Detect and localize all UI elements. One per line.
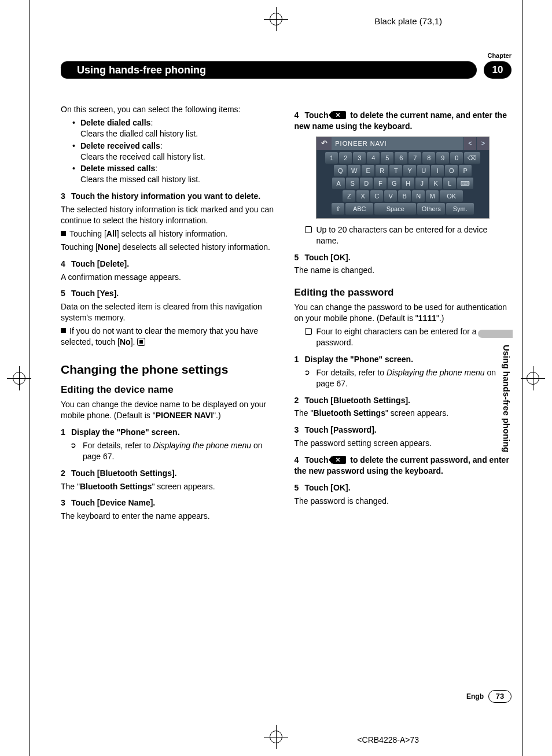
- note-none: Touching [None] deselects all selected h…: [61, 242, 278, 253]
- item-desc: Clears the dialled call history list.: [80, 129, 198, 138]
- plate-label: Black plate (73,1): [374, 16, 442, 26]
- kb-prev-icon: <: [463, 137, 476, 150]
- kb-key: Q: [334, 165, 347, 176]
- kb-row: ZXCVBNMOK: [319, 190, 487, 202]
- kb-key: U: [417, 165, 430, 176]
- kb-input-value: PIONEER NAVI: [332, 137, 463, 150]
- kb-key: W: [348, 165, 360, 176]
- kb-abc-key: ABC: [345, 203, 373, 215]
- pw-step-3-heading: 3Touch [Password].: [295, 425, 512, 436]
- device-step-3-heading: 3Touch [Device Name].: [61, 497, 278, 508]
- pw-step-4-heading: 4Touch to delete the current password, a…: [295, 455, 512, 477]
- item-desc: Clears the missed call history list.: [80, 175, 200, 184]
- kb-row: ASDFGHJKL⌨: [319, 178, 487, 189]
- kb-key: 7: [409, 152, 421, 164]
- device-step-5-body: The name is changed.: [295, 265, 512, 276]
- kb-key: 0: [450, 152, 463, 164]
- device-step-2-body: The "Bluetooth Settings" screen appears.: [61, 481, 278, 492]
- kb-key: B: [398, 190, 411, 202]
- kb-key: S: [346, 178, 359, 189]
- page-title: Using hands-free phoning: [69, 63, 454, 77]
- chapter-number-badge: 10: [484, 61, 511, 79]
- registration-mark-left: [10, 370, 28, 387]
- list-item: Delete missed calls: Clears the missed c…: [72, 163, 278, 185]
- device-step-1-heading: 1Display the "Phone" screen.: [61, 427, 278, 438]
- subsection-heading: Editing the password: [295, 286, 512, 300]
- device-step-2-heading: 2Touch [Bluetooth Settings].: [61, 468, 278, 479]
- step-4-body: A confirmation message appears.: [61, 272, 278, 283]
- registration-mark-right: [524, 370, 542, 387]
- title-pill: Using hands-free phoning: [61, 61, 477, 79]
- item-title: Delete dialed calls: [80, 118, 150, 127]
- section-heading: Changing the phone settings: [61, 362, 278, 378]
- kb-space-key: Space: [374, 203, 416, 215]
- chapter-label: Chapter: [487, 52, 511, 59]
- right-column: 4Touch to delete the current name, and e…: [295, 104, 512, 669]
- kb-key: 3: [353, 152, 366, 164]
- kb-key: H: [402, 178, 414, 189]
- step-5-note: If you do not want to clear the memory t…: [61, 326, 278, 348]
- subsection-heading: Editing the device name: [61, 383, 278, 397]
- kb-key: M: [426, 190, 439, 202]
- intro-text: On this screen, you can select the follo…: [61, 104, 278, 115]
- pw-step-3-body: The password setting screen appears.: [295, 438, 512, 449]
- subsection-body: You can change the password to be used f…: [295, 302, 512, 324]
- subsection-body: You can change the device name to be dis…: [61, 399, 278, 421]
- kb-ok-key: OK: [440, 190, 463, 202]
- kb-key: C: [370, 190, 383, 202]
- kb-char-limit-note: Up to 20 characters can be entered for a…: [301, 224, 512, 246]
- backspace-icon: [332, 111, 346, 119]
- kb-key: 6: [395, 152, 407, 164]
- pw-step-2-heading: 2Touch [Bluetooth Settings].: [295, 395, 512, 406]
- step-3-body: The selected history information is tick…: [61, 204, 278, 226]
- kb-key: O: [445, 165, 458, 176]
- kb-key: P: [459, 165, 472, 176]
- kb-key: 1: [325, 152, 338, 164]
- kb-key: E: [362, 165, 374, 176]
- kb-bottom-row: ⇧ ABC Space Others Sym.: [319, 203, 487, 215]
- kb-key: N: [412, 190, 425, 202]
- kb-key: A: [332, 178, 345, 189]
- kb-key: Z: [343, 190, 355, 202]
- kb-key: Y: [403, 165, 416, 176]
- kb-next-icon: >: [476, 137, 489, 150]
- pw-step-1-heading: 1Display the "Phone" screen.: [295, 354, 512, 365]
- kb-key: 2: [339, 152, 352, 164]
- kb-key: 9: [436, 152, 449, 164]
- item-title: Delete missed calls: [80, 164, 155, 173]
- square-bullet-icon: [61, 328, 66, 333]
- step-5-body: Data on the selected item is cleared fro…: [61, 301, 278, 323]
- kb-row: 1234567890⌫: [319, 152, 487, 164]
- list-item: Delete received calls: Clears the receiv…: [72, 141, 278, 163]
- pw-char-limit-note: Four to eight characters can be entered …: [301, 326, 512, 348]
- lang-code: Engb: [466, 692, 484, 700]
- kb-key: I: [431, 165, 444, 176]
- page-number: 73: [488, 690, 511, 703]
- doc-reference: <CRB4228-A>73: [357, 735, 419, 744]
- kb-key: T: [389, 165, 402, 176]
- kb-key: 5: [381, 152, 393, 164]
- step-3-heading: 3Touch the history information you want …: [61, 191, 278, 202]
- backspace-icon: [332, 456, 346, 464]
- kb-key: D: [360, 178, 373, 189]
- note-all: Touching [All] selects all history infor…: [61, 228, 278, 239]
- kb-key: 4: [367, 152, 380, 164]
- keyboard-screenshot: ↶ PIONEER NAVI < > 1234567890⌫ QWERTYUIO…: [316, 137, 490, 219]
- end-section-icon: [137, 338, 145, 346]
- item-desc: Clears the received call history list.: [80, 152, 205, 161]
- step-5-heading: 5Touch [Yes].: [61, 288, 278, 299]
- pw-step-2-body: The "Bluetooth Settings" screen appears.: [295, 408, 512, 419]
- registration-mark-bottom: [267, 728, 285, 746]
- device-step-5-heading: 5Touch [OK].: [295, 252, 512, 263]
- kb-layout-key: ⌨: [457, 178, 473, 189]
- kb-key: L: [443, 178, 456, 189]
- cross-ref: For details, refer to Displaying the pho…: [301, 367, 512, 389]
- device-step-3-body: The keyboard to enter the name appears.: [61, 511, 278, 522]
- kb-shift-key: ⇧: [332, 203, 344, 215]
- kb-key: 8: [422, 152, 435, 164]
- kb-key: J: [415, 178, 428, 189]
- header-row: Using hands-free phoning 10: [61, 61, 511, 79]
- kb-backspace-key: ⌫: [464, 152, 480, 164]
- kb-key: V: [384, 190, 397, 202]
- registration-mark-top: [267, 10, 285, 28]
